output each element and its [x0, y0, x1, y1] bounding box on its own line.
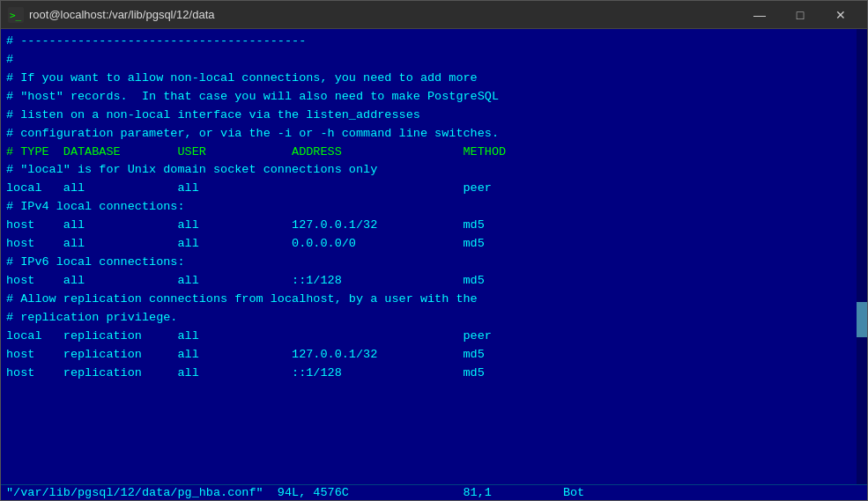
terminal-window: >_ root@localhost:/var/lib/pgsql/12/data…	[0, 0, 868, 501]
terminal-line: # TYPE DATABASE USER ADDRESS METHOD	[6, 144, 862, 162]
scrollbar[interactable]	[857, 29, 867, 484]
terminal-line: # configuration parameter, or via the -i…	[6, 125, 862, 144]
svg-text:>_: >_	[10, 10, 22, 21]
maximize-button[interactable]: □	[781, 3, 820, 27]
terminal-line: # IPv4 local connections:	[6, 198, 862, 217]
terminal-line: host all all 0.0.0.0/0 md5	[6, 235, 862, 254]
app-icon: >_	[8, 7, 24, 23]
terminal-line: #	[6, 51, 862, 70]
close-button[interactable]: ✕	[821, 3, 860, 27]
scrollbar-thumb[interactable]	[857, 302, 867, 337]
terminal-line: host replication all 127.0.0.1/32 md5	[6, 346, 862, 365]
titlebar: >_ root@localhost:/var/lib/pgsql/12/data…	[1, 1, 867, 29]
terminal-line: host all all 127.0.0.1/32 md5	[6, 217, 862, 235]
terminal-content[interactable]: # --------------------------------------…	[1, 29, 867, 484]
terminal-line: # --------------------------------------…	[6, 33, 862, 51]
terminal-line: # listen on a non-local interface via th…	[6, 107, 862, 125]
terminal-lines: # --------------------------------------…	[6, 33, 862, 383]
terminal-line: # "host" records. In that case you will …	[6, 88, 862, 107]
terminal-line: # "local" is for Unix domain socket conn…	[6, 161, 862, 180]
terminal-line: # If you want to allow non-local connect…	[6, 70, 862, 88]
terminal-line: # Allow replication connections from loc…	[6, 291, 862, 309]
minimize-button[interactable]: —	[740, 3, 779, 27]
window-controls: — □ ✕	[740, 3, 860, 27]
vim-statusbar: "/var/lib/pgsql/12/data/pg_hba.conf" 94L…	[1, 484, 867, 500]
terminal-line: # replication privilege.	[6, 309, 862, 328]
terminal-line: host replication all ::1/128 md5	[6, 365, 862, 383]
terminal-line: # IPv6 local connections:	[6, 254, 862, 272]
terminal-line: local all all peer	[6, 180, 862, 198]
terminal-line: local replication all peer	[6, 328, 862, 346]
window-title: root@localhost:/var/lib/pgsql/12/data	[29, 8, 740, 21]
terminal-line: host all all ::1/128 md5	[6, 272, 862, 291]
